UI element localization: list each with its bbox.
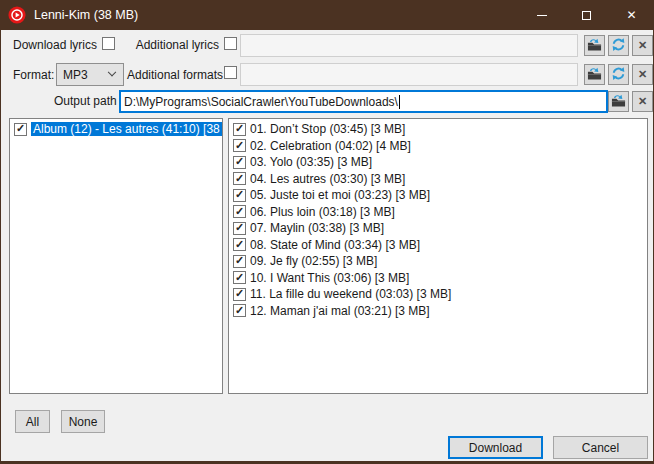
x-icon: ✕ <box>638 69 647 80</box>
track-item[interactable]: 07. Maylin (03:38) [3 MB] <box>229 220 647 237</box>
chevron-down-icon <box>108 67 116 75</box>
output-path-value: D:\MyPrograms\SocialCrawler\YouTubeDownl… <box>124 95 398 109</box>
track-label: 08. State of Mind (03:34) [3 MB] <box>250 238 420 252</box>
refresh-icon <box>611 37 626 55</box>
play-circle-icon <box>8 6 26 24</box>
select-all-button[interactable]: All <box>15 410 50 433</box>
track-label: 07. Maylin (03:38) [3 MB] <box>250 221 384 235</box>
lyrics-refresh-button[interactable] <box>608 35 629 56</box>
track-label: 11. La fille du weekend (03:03) [3 MB] <box>250 287 451 301</box>
lyrics-clear-button[interactable]: ✕ <box>632 35 653 56</box>
track-label: 02. Celebration (04:02) [4 MB] <box>250 139 411 153</box>
track-checkbox[interactable] <box>233 156 246 169</box>
track-label: 12. Maman j'ai mal (03:21) [3 MB] <box>250 304 430 318</box>
formats-clear-button[interactable]: ✕ <box>632 64 653 85</box>
track-label: 05. Juste toi et moi (03:23) [3 MB] <box>250 188 430 202</box>
additional-formats-checkbox[interactable] <box>224 66 237 79</box>
track-checkbox[interactable] <box>233 288 246 301</box>
track-checkbox[interactable] <box>233 172 246 185</box>
titlebar: Lenni-Kim (38 MB) ✕ <box>0 0 654 30</box>
output-clear-button[interactable]: ✕ <box>632 91 653 112</box>
additional-lyrics-checkbox[interactable] <box>224 37 237 50</box>
maximize-icon <box>582 11 591 20</box>
track-checkbox[interactable] <box>233 222 246 235</box>
track-item[interactable]: 12. Maman j'ai mal (03:21) [3 MB] <box>229 303 647 320</box>
minimize-button[interactable] <box>519 0 564 30</box>
track-label: 04. Les autres (03:30) [3 MB] <box>250 172 405 186</box>
refresh-icon <box>611 66 626 84</box>
close-icon: ✕ <box>626 9 636 21</box>
folder-open-icon <box>587 66 602 84</box>
formats-browse-button[interactable] <box>584 64 605 85</box>
formats-refresh-button[interactable] <box>608 64 629 85</box>
text-caret <box>399 95 400 109</box>
select-none-button[interactable]: None <box>61 410 105 433</box>
track-label: 03. Yolo (03:35) [3 MB] <box>250 155 372 169</box>
track-checkbox[interactable] <box>233 271 246 284</box>
track-checkbox[interactable] <box>233 304 246 317</box>
track-list[interactable]: 01. Don’t Stop (03:45) [3 MB]02. Celebra… <box>228 118 648 394</box>
x-icon: ✕ <box>638 96 647 107</box>
cancel-button[interactable]: Cancel <box>553 436 648 459</box>
track-item[interactable]: 11. La fille du weekend (03:03) [3 MB] <box>229 286 647 303</box>
track-label: 09. Je fly (02:55) [3 MB] <box>250 254 377 268</box>
additional-lyrics-label: Additional lyrics <box>131 38 219 52</box>
additional-formats-label: Additional formats <box>127 68 219 82</box>
folder-open-icon <box>587 37 602 55</box>
track-checkbox[interactable] <box>233 189 246 202</box>
window-title: Lenni-Kim (38 MB) <box>34 8 519 22</box>
output-path-label: Output path <box>54 94 114 108</box>
track-item[interactable]: 09. Je fly (02:55) [3 MB] <box>229 253 647 270</box>
track-item[interactable]: 08. State of Mind (03:34) [3 MB] <box>229 237 647 254</box>
output-browse-button[interactable] <box>608 91 629 112</box>
additional-formats-input[interactable] <box>240 63 578 86</box>
album-label: Album (12) - Les autres (41:10) [38 MB] <box>31 122 223 136</box>
track-item[interactable]: 01. Don’t Stop (03:45) [3 MB] <box>229 121 647 138</box>
album-checkbox[interactable] <box>14 123 27 136</box>
track-checkbox[interactable] <box>233 139 246 152</box>
album-list[interactable]: Album (12) - Les autres (41:10) [38 MB] <box>9 118 223 394</box>
track-item[interactable]: 10. I Want This (03:06) [3 MB] <box>229 270 647 287</box>
additional-lyrics-input[interactable] <box>240 34 578 57</box>
maximize-button[interactable] <box>564 0 609 30</box>
track-label: 06. Plus loin (03:18) [3 MB] <box>250 205 395 219</box>
track-item[interactable]: 03. Yolo (03:35) [3 MB] <box>229 154 647 171</box>
format-value: MP3 <box>63 68 109 82</box>
client-area: Download lyrics Additional lyrics <box>1 30 653 461</box>
minimize-icon <box>537 15 547 16</box>
track-checkbox[interactable] <box>233 255 246 268</box>
track-item[interactable]: 06. Plus loin (03:18) [3 MB] <box>229 204 647 221</box>
x-icon: ✕ <box>638 40 647 51</box>
track-label: 10. I Want This (03:06) [3 MB] <box>250 271 409 285</box>
close-button[interactable]: ✕ <box>609 0 654 30</box>
download-lyrics-label: Download lyrics <box>13 38 97 52</box>
folder-open-icon <box>611 93 626 111</box>
track-checkbox[interactable] <box>233 238 246 251</box>
download-lyrics-checkbox[interactable] <box>102 37 115 50</box>
output-path-input[interactable]: D:\MyPrograms\SocialCrawler\YouTubeDownl… <box>119 90 608 113</box>
track-item[interactable]: 02. Celebration (04:02) [4 MB] <box>229 138 647 155</box>
format-label: Format: <box>13 68 54 82</box>
format-dropdown[interactable]: MP3 <box>56 63 124 86</box>
track-checkbox[interactable] <box>233 123 246 136</box>
track-label: 01. Don’t Stop (03:45) [3 MB] <box>250 122 405 136</box>
track-item[interactable]: 04. Les autres (03:30) [3 MB] <box>229 171 647 188</box>
album-item[interactable]: Album (12) - Les autres (41:10) [38 MB] <box>10 121 222 138</box>
track-checkbox[interactable] <box>233 205 246 218</box>
download-button[interactable]: Download <box>448 436 543 459</box>
track-item[interactable]: 05. Juste toi et moi (03:23) [3 MB] <box>229 187 647 204</box>
app-window: Lenni-Kim (38 MB) ✕ Download lyrics Addi… <box>0 0 654 464</box>
lyrics-browse-button[interactable] <box>584 35 605 56</box>
